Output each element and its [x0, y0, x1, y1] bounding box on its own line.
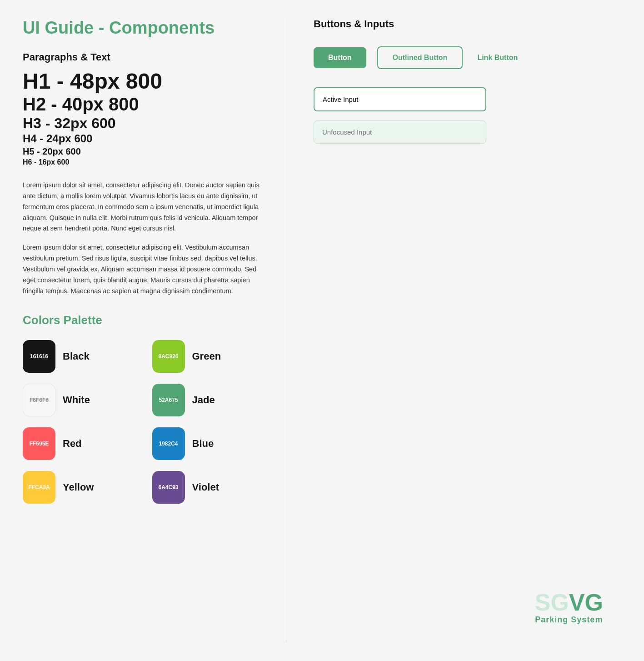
color-name: Red	[63, 438, 82, 450]
paragraph-2: Lorem ipsum dolor sit amet, consectetur …	[23, 242, 263, 297]
page-title: UI Guide - Components	[23, 18, 263, 38]
left-column: UI Guide - Components Paragraphs & Text …	[23, 18, 286, 643]
color-swatch: 6A4C93	[152, 471, 185, 504]
color-swatch: 52A675	[152, 384, 185, 416]
color-item: 8AC926Green	[152, 340, 264, 373]
h2-demo: H2 - 40px 800	[23, 94, 263, 115]
color-item: 52A675Jade	[152, 384, 264, 416]
color-item: FFCA3AYellow	[23, 471, 134, 504]
logo-sub: Parking System	[535, 615, 603, 625]
link-button[interactable]: Link Button	[474, 47, 521, 68]
h5-demo: H5 - 20px 600	[23, 145, 263, 157]
logo-area: SGVG Parking System	[535, 591, 603, 625]
color-item: F6F6F6White	[23, 384, 134, 416]
paragraph-1: Lorem ipsum dolor sit amet, consectetur …	[23, 180, 263, 235]
color-name: Black	[63, 351, 90, 362]
filled-button[interactable]: Button	[314, 47, 366, 68]
logo-vg: VG	[569, 591, 603, 614]
color-swatch: FF595E	[23, 427, 55, 460]
h1-demo: H1 - 48px 800	[23, 70, 263, 94]
typography-section: Paragraphs & Text H1 - 48px 800 H2 - 40p…	[23, 51, 263, 167]
color-swatch: FFCA3A	[23, 471, 55, 504]
h6-demo: H6 - 16px 600	[23, 157, 263, 167]
unfocused-input[interactable]	[314, 120, 486, 144]
section-label: Paragraphs & Text	[23, 51, 263, 63]
outlined-button[interactable]: Outlined Button	[377, 46, 463, 69]
input-section	[314, 87, 486, 144]
right-section-title: Buttons & Inputs	[314, 18, 621, 30]
color-name: Blue	[192, 438, 214, 450]
logo-text: SGVG	[535, 591, 603, 614]
color-name: Violet	[192, 481, 220, 493]
color-swatch: 8AC926	[152, 340, 185, 373]
color-item: FF595ERed	[23, 427, 134, 460]
color-item: 1982C4Blue	[152, 427, 264, 460]
active-input[interactable]	[314, 87, 486, 111]
color-swatch: F6F6F6	[23, 384, 55, 416]
color-item: 6A4C93Violet	[152, 471, 264, 504]
color-name: Green	[192, 351, 221, 362]
h3-demo: H3 - 32px 600	[23, 115, 263, 132]
color-name: White	[63, 394, 90, 406]
color-swatch: 1982C4	[152, 427, 185, 460]
colors-title: Colors Palette	[23, 313, 263, 327]
buttons-row: Button Outlined Button Link Button	[314, 46, 621, 69]
right-column: Buttons & Inputs Button Outlined Button …	[286, 18, 621, 643]
h4-demo: H4 - 24px 600	[23, 132, 263, 145]
colors-section: Colors Palette 161616Black8AC926GreenF6F…	[23, 313, 263, 504]
colors-grid: 161616Black8AC926GreenF6F6F6White52A675J…	[23, 340, 263, 504]
color-item: 161616Black	[23, 340, 134, 373]
color-swatch: 161616	[23, 340, 55, 373]
logo-sg: SG	[535, 591, 569, 614]
color-name: Yellow	[63, 481, 94, 493]
color-name: Jade	[192, 394, 215, 406]
